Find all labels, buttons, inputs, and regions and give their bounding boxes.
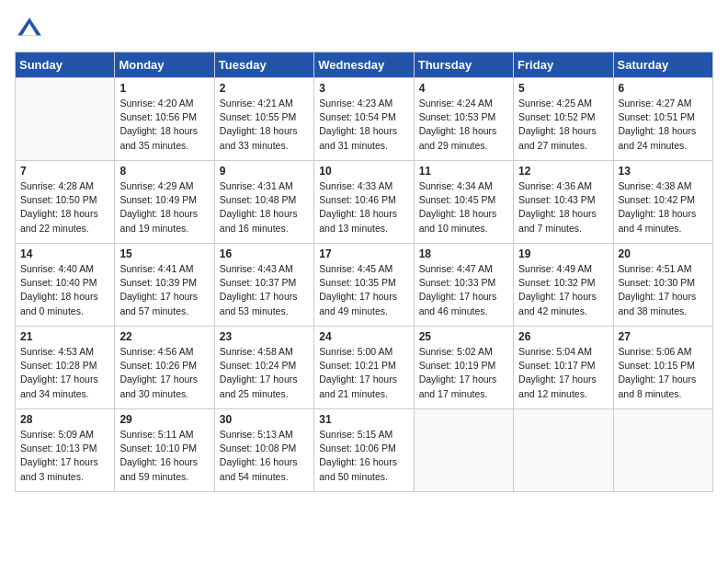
calendar-cell: 10 Sunrise: 4:33 AM Sunset: 10:46 PM Day… <box>314 161 414 244</box>
day-number: 3 <box>319 82 408 95</box>
day-info: Sunrise: 4:41 AM Sunset: 10:39 PM Daylig… <box>119 262 209 318</box>
calendar-cell: 2 Sunrise: 4:21 AM Sunset: 10:55 PM Dayl… <box>214 78 313 161</box>
day-info: Sunrise: 5:06 AM Sunset: 10:15 PM Daylig… <box>619 345 708 401</box>
calendar-cell: 7 Sunrise: 4:28 AM Sunset: 10:50 PM Dayl… <box>16 161 115 244</box>
sunrise: Sunrise: 4:53 AM <box>20 346 94 357</box>
day-number: 13 <box>619 165 708 178</box>
day-info: Sunrise: 4:38 AM Sunset: 10:42 PM Daylig… <box>619 179 708 236</box>
sunset: Sunset: 10:10 PM <box>119 442 196 454</box>
sunrise: Sunrise: 4:41 AM <box>119 263 193 274</box>
week-row: 21 Sunrise: 4:53 AM Sunset: 10:28 PM Day… <box>16 327 713 409</box>
sunset: Sunset: 10:30 PM <box>619 277 695 288</box>
calendar-cell: 22 Sunrise: 4:56 AM Sunset: 10:26 PM Day… <box>115 327 214 409</box>
sunset: Sunset: 10:43 PM <box>518 194 595 205</box>
daylight: Daylight: 17 hours and 34 minutes. <box>20 373 98 398</box>
sunrise: Sunrise: 4:25 AM <box>518 98 592 109</box>
daylight: Daylight: 17 hours and 42 minutes. <box>518 291 597 316</box>
day-info: Sunrise: 5:15 AM Sunset: 10:06 PM Daylig… <box>319 428 408 484</box>
day-info: Sunrise: 4:47 AM Sunset: 10:33 PM Daylig… <box>419 262 508 318</box>
weekday-header: Tuesday <box>214 52 313 78</box>
daylight: Daylight: 17 hours and 57 minutes. <box>119 291 198 316</box>
sunset: Sunset: 10:24 PM <box>220 360 296 371</box>
day-info: Sunrise: 5:09 AM Sunset: 10:13 PM Daylig… <box>20 428 109 484</box>
week-row: 14 Sunrise: 4:40 AM Sunset: 10:40 PM Day… <box>16 244 713 327</box>
day-info: Sunrise: 4:58 AM Sunset: 10:24 PM Daylig… <box>220 345 309 401</box>
day-number: 14 <box>20 247 109 260</box>
sunrise: Sunrise: 4:23 AM <box>319 98 392 109</box>
sunrise: Sunrise: 4:51 AM <box>619 263 692 274</box>
day-info: Sunrise: 4:25 AM Sunset: 10:52 PM Daylig… <box>518 97 608 153</box>
day-number: 20 <box>619 247 708 260</box>
daylight: Daylight: 18 hours and 22 minutes. <box>20 208 98 233</box>
calendar-cell: 15 Sunrise: 4:41 AM Sunset: 10:39 PM Day… <box>115 244 214 327</box>
sunrise: Sunrise: 5:02 AM <box>419 346 493 357</box>
day-info: Sunrise: 4:53 AM Sunset: 10:28 PM Daylig… <box>20 345 109 401</box>
daylight: Daylight: 17 hours and 53 minutes. <box>220 291 298 316</box>
calendar-cell: 4 Sunrise: 4:24 AM Sunset: 10:53 PM Dayl… <box>414 78 513 161</box>
day-number: 15 <box>119 247 209 260</box>
daylight: Daylight: 18 hours and 35 minutes. <box>119 125 198 150</box>
calendar-header-row: SundayMondayTuesdayWednesdayThursdayFrid… <box>16 52 713 78</box>
calendar-cell: 30 Sunrise: 5:13 AM Sunset: 10:08 PM Day… <box>214 409 313 492</box>
sunset: Sunset: 10:56 PM <box>119 111 196 122</box>
day-info: Sunrise: 4:23 AM Sunset: 10:54 PM Daylig… <box>319 97 408 153</box>
sunset: Sunset: 10:13 PM <box>20 442 97 454</box>
weekday-header: Friday <box>514 52 613 78</box>
weekday-header: Thursday <box>414 52 513 78</box>
calendar-cell: 3 Sunrise: 4:23 AM Sunset: 10:54 PM Dayl… <box>314 78 414 161</box>
daylight: Daylight: 17 hours and 12 minutes. <box>518 373 597 398</box>
daylight: Daylight: 17 hours and 21 minutes. <box>319 373 397 398</box>
calendar-cell: 20 Sunrise: 4:51 AM Sunset: 10:30 PM Day… <box>613 244 712 327</box>
sunrise: Sunrise: 4:49 AM <box>518 263 592 274</box>
daylight: Daylight: 17 hours and 38 minutes. <box>619 291 697 316</box>
sunrise: Sunrise: 4:45 AM <box>319 263 392 274</box>
sunrise: Sunrise: 4:34 AM <box>419 180 493 191</box>
daylight: Daylight: 18 hours and 13 minutes. <box>319 208 397 233</box>
weekday-header: Monday <box>115 52 214 78</box>
week-row: 1 Sunrise: 4:20 AM Sunset: 10:56 PM Dayl… <box>16 78 713 161</box>
calendar-cell <box>514 409 613 492</box>
sunrise: Sunrise: 4:28 AM <box>20 180 94 191</box>
sunset: Sunset: 10:51 PM <box>619 111 695 122</box>
calendar-cell: 29 Sunrise: 5:11 AM Sunset: 10:10 PM Day… <box>115 409 214 492</box>
calendar-cell: 19 Sunrise: 4:49 AM Sunset: 10:32 PM Day… <box>514 244 613 327</box>
sunrise: Sunrise: 4:58 AM <box>220 346 293 357</box>
sunrise: Sunrise: 4:36 AM <box>518 180 592 191</box>
day-number: 27 <box>619 330 708 343</box>
day-number: 8 <box>119 165 209 178</box>
daylight: Daylight: 16 hours and 50 minutes. <box>319 456 397 481</box>
day-number: 16 <box>220 247 309 260</box>
calendar-cell: 21 Sunrise: 4:53 AM Sunset: 10:28 PM Day… <box>16 327 115 409</box>
day-number: 4 <box>419 82 508 95</box>
daylight: Daylight: 18 hours and 31 minutes. <box>319 125 397 150</box>
daylight: Daylight: 16 hours and 59 minutes. <box>119 456 198 481</box>
day-number: 5 <box>518 82 608 95</box>
sunset: Sunset: 10:40 PM <box>20 277 97 288</box>
calendar-cell <box>16 78 115 161</box>
daylight: Daylight: 18 hours and 27 minutes. <box>518 125 597 150</box>
sunset: Sunset: 10:45 PM <box>419 194 495 205</box>
day-number: 6 <box>619 82 708 95</box>
day-info: Sunrise: 4:33 AM Sunset: 10:46 PM Daylig… <box>319 179 408 236</box>
daylight: Daylight: 18 hours and 10 minutes. <box>419 208 497 233</box>
calendar-cell: 9 Sunrise: 4:31 AM Sunset: 10:48 PM Dayl… <box>214 161 313 244</box>
sunrise: Sunrise: 5:00 AM <box>319 346 392 357</box>
sunset: Sunset: 10:54 PM <box>319 111 395 122</box>
sunrise: Sunrise: 5:06 AM <box>619 346 692 357</box>
day-info: Sunrise: 4:20 AM Sunset: 10:56 PM Daylig… <box>119 97 209 153</box>
day-info: Sunrise: 4:45 AM Sunset: 10:35 PM Daylig… <box>319 262 408 318</box>
sunrise: Sunrise: 4:56 AM <box>119 346 193 357</box>
day-info: Sunrise: 5:04 AM Sunset: 10:17 PM Daylig… <box>518 345 608 401</box>
sunrise: Sunrise: 4:33 AM <box>319 180 392 191</box>
daylight: Daylight: 16 hours and 54 minutes. <box>220 456 298 481</box>
sunset: Sunset: 10:35 PM <box>319 277 395 288</box>
day-info: Sunrise: 4:31 AM Sunset: 10:48 PM Daylig… <box>220 179 309 236</box>
page-header <box>15 15 713 44</box>
calendar-cell: 28 Sunrise: 5:09 AM Sunset: 10:13 PM Day… <box>16 409 115 492</box>
sunset: Sunset: 10:17 PM <box>518 360 595 371</box>
day-info: Sunrise: 4:34 AM Sunset: 10:45 PM Daylig… <box>419 179 508 236</box>
calendar-cell: 23 Sunrise: 4:58 AM Sunset: 10:24 PM Day… <box>214 327 313 409</box>
sunrise: Sunrise: 5:04 AM <box>518 346 592 357</box>
week-row: 7 Sunrise: 4:28 AM Sunset: 10:50 PM Dayl… <box>16 161 713 244</box>
day-number: 24 <box>319 330 408 343</box>
